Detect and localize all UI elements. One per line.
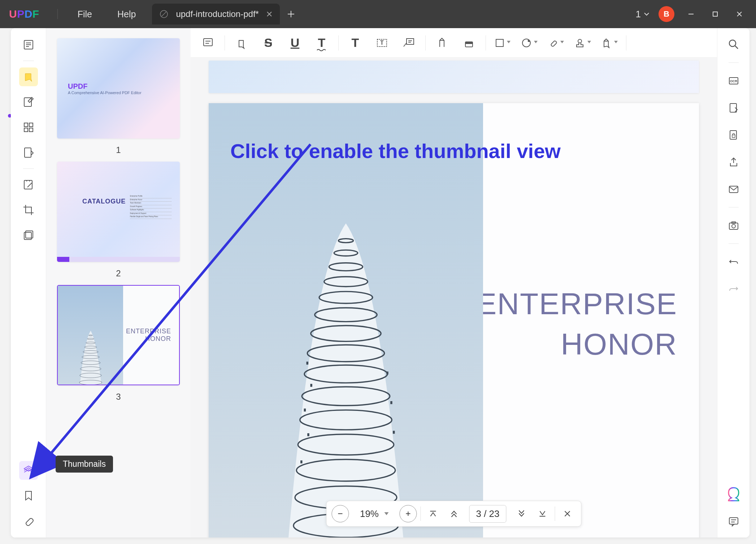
next-page-button[interactable] (513, 505, 530, 522)
page-canvas[interactable]: S U T T T Click to enable the thumbnail … (191, 28, 717, 538)
svg-rect-84 (732, 135, 735, 137)
svg-rect-15 (24, 123, 28, 127)
svg-line-1 (162, 12, 166, 16)
svg-point-47 (578, 39, 582, 43)
thumb-2-list: Enterprise Profile Enterprise Honor Team… (130, 195, 171, 219)
prev-page-button[interactable] (445, 505, 462, 522)
highlight-tool[interactable] (231, 33, 252, 53)
svg-rect-70 (393, 431, 395, 434)
svg-point-87 (732, 224, 735, 228)
bookmarks-button[interactable] (19, 486, 38, 505)
svg-rect-7 (713, 12, 717, 16)
current-page[interactable]: Click to enable the thumbnail view (209, 103, 699, 538)
divider (555, 506, 555, 521)
close-nav-button[interactable] (559, 505, 576, 522)
page-thumbnail-3[interactable]: ENTERPRISE HONOR (57, 285, 180, 385)
tab-status-icon (159, 9, 169, 19)
document-tab[interactable]: updf-introduction-pdf* (152, 4, 279, 25)
menu-help[interactable]: Help (105, 9, 148, 19)
divider (729, 62, 739, 63)
svg-rect-66 (307, 433, 309, 436)
organize-pages-button[interactable] (19, 118, 38, 137)
thumbnails-tooltip: Thumbnails (56, 456, 113, 473)
tab-title: updf-introduction-pdf* (176, 9, 258, 19)
right-tool-rail: OCR (717, 28, 750, 538)
thumb-3-text: ENTERPRISE HONOR (123, 286, 179, 385)
edit-mode-button[interactable] (19, 93, 38, 111)
svg-rect-19 (25, 148, 31, 157)
redact-button[interactable] (19, 226, 38, 245)
title-right-group: 1 B (636, 6, 747, 22)
signature-tool[interactable] (599, 33, 620, 53)
svg-rect-69 (390, 401, 392, 404)
left-tool-rail (11, 28, 46, 538)
zoom-level[interactable]: 19% (352, 508, 396, 519)
divider (57, 9, 58, 19)
page-indicator[interactable]: 3 / 23 (469, 505, 506, 523)
minimize-button[interactable] (683, 6, 699, 22)
thumb-2-title: CATALOGUE (82, 198, 126, 205)
strikethrough-tool[interactable]: S (258, 33, 278, 53)
comment-mode-button[interactable] (19, 67, 38, 86)
svg-rect-67 (300, 460, 302, 463)
window-count-dropdown[interactable]: 1 (636, 9, 649, 20)
squiggly-tool[interactable]: T (312, 33, 332, 53)
svg-rect-17 (24, 128, 28, 132)
textbox-tool[interactable]: T (372, 33, 392, 53)
note-tool[interactable] (198, 33, 218, 53)
app-content: Thumbnails UPDF A Comprehensive AI-Power… (11, 28, 750, 538)
zoom-out-button[interactable] (331, 505, 349, 522)
convert-button[interactable] (725, 99, 743, 117)
screenshot-button[interactable] (725, 216, 743, 234)
email-button[interactable] (725, 180, 743, 198)
annotation-text: Click to enable the thumbnail view (230, 139, 561, 163)
eraser-tool[interactable] (459, 33, 479, 53)
new-tab-button[interactable] (287, 10, 295, 18)
undo-button[interactable] (725, 253, 743, 271)
last-page-button[interactable] (534, 505, 551, 522)
tab-close-button[interactable] (266, 11, 273, 17)
ai-assistant-button[interactable] (725, 485, 743, 503)
page-thumbnail-1[interactable]: UPDF A Comprehensive AI-Powered PDF Edit… (57, 38, 180, 139)
page-image-region (209, 103, 483, 538)
svg-rect-44 (465, 42, 473, 44)
stamp-tool[interactable] (573, 33, 593, 53)
pencil-tool[interactable] (432, 33, 452, 53)
maximize-button[interactable] (708, 6, 723, 22)
search-button[interactable] (725, 35, 743, 53)
svg-point-78 (729, 40, 736, 47)
svg-rect-85 (729, 186, 738, 193)
protect-button[interactable] (725, 126, 743, 144)
svg-rect-20 (24, 180, 32, 189)
redo-button[interactable] (725, 280, 743, 298)
attachment-tool[interactable] (546, 33, 566, 53)
thumb-3-image (58, 286, 123, 385)
page-heading-2: HONOR (561, 327, 677, 362)
user-avatar[interactable]: B (659, 6, 674, 22)
attachments-button[interactable] (19, 512, 38, 530)
svg-rect-34 (204, 39, 212, 46)
share-button[interactable] (725, 153, 743, 171)
underline-tool[interactable]: U (285, 33, 305, 53)
svg-text:T: T (380, 40, 384, 46)
shape-tool[interactable] (492, 33, 513, 53)
text-tool[interactable]: T (345, 33, 365, 53)
page-thumbnail-2[interactable]: CATALOGUE Enterprise Profile Enterprise … (57, 162, 180, 262)
callout-tool[interactable] (399, 33, 419, 53)
reader-mode-button[interactable] (19, 35, 38, 54)
menu-file[interactable]: File (65, 9, 105, 19)
divider (23, 168, 34, 169)
first-page-button[interactable] (424, 505, 442, 522)
crop-button[interactable] (19, 201, 38, 219)
thumbnails-button[interactable] (19, 461, 38, 480)
zoom-in-button[interactable] (399, 505, 417, 522)
comments-panel-button[interactable] (725, 512, 743, 530)
tools-button[interactable] (19, 143, 38, 162)
fill-sign-button[interactable] (19, 175, 38, 194)
svg-rect-18 (29, 128, 33, 132)
svg-line-79 (735, 46, 738, 49)
ocr-button[interactable]: OCR (725, 72, 743, 90)
divider (626, 35, 626, 51)
close-button[interactable] (732, 6, 747, 22)
sticker-tool[interactable] (519, 33, 539, 53)
